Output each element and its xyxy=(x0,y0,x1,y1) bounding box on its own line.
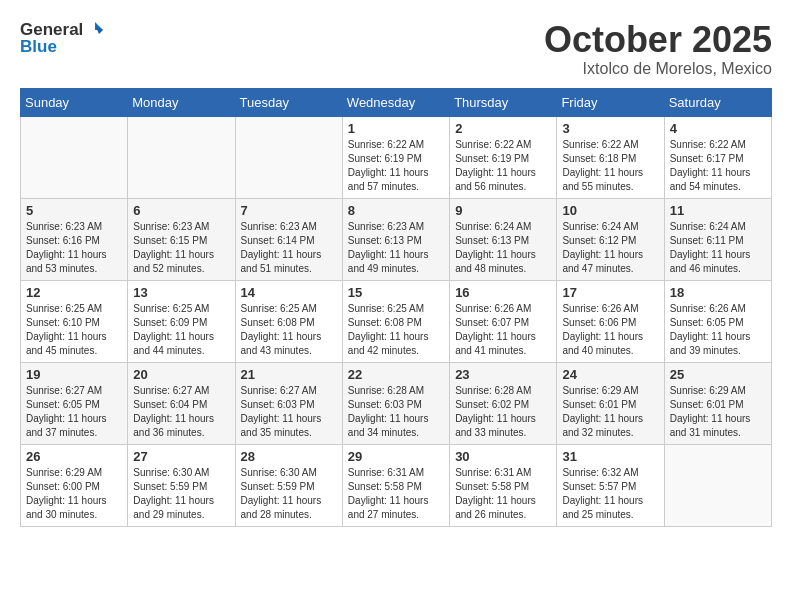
day-of-week-header: Thursday xyxy=(450,88,557,116)
day-number: 23 xyxy=(455,367,551,382)
day-number: 21 xyxy=(241,367,337,382)
day-info: Sunrise: 6:24 AMSunset: 6:11 PMDaylight:… xyxy=(670,220,766,276)
calendar-cell: 26Sunrise: 6:29 AMSunset: 6:00 PMDayligh… xyxy=(21,444,128,526)
calendar-cell: 7Sunrise: 6:23 AMSunset: 6:14 PMDaylight… xyxy=(235,198,342,280)
logo-container: General Blue xyxy=(20,20,105,57)
day-number: 17 xyxy=(562,285,658,300)
calendar-cell: 17Sunrise: 6:26 AMSunset: 6:06 PMDayligh… xyxy=(557,280,664,362)
day-number: 9 xyxy=(455,203,551,218)
day-info: Sunrise: 6:26 AMSunset: 6:06 PMDaylight:… xyxy=(562,302,658,358)
calendar-cell: 15Sunrise: 6:25 AMSunset: 6:08 PMDayligh… xyxy=(342,280,449,362)
day-info: Sunrise: 6:29 AMSunset: 6:01 PMDaylight:… xyxy=(562,384,658,440)
title-area: October 2025 Ixtolco de Morelos, Mexico xyxy=(544,20,772,78)
day-info: Sunrise: 6:29 AMSunset: 6:01 PMDaylight:… xyxy=(670,384,766,440)
day-number: 19 xyxy=(26,367,122,382)
day-info: Sunrise: 6:22 AMSunset: 6:19 PMDaylight:… xyxy=(348,138,444,194)
calendar-cell: 8Sunrise: 6:23 AMSunset: 6:13 PMDaylight… xyxy=(342,198,449,280)
day-number: 4 xyxy=(670,121,766,136)
calendar-cell: 2Sunrise: 6:22 AMSunset: 6:19 PMDaylight… xyxy=(450,116,557,198)
calendar-week-row: 12Sunrise: 6:25 AMSunset: 6:10 PMDayligh… xyxy=(21,280,772,362)
calendar-cell: 13Sunrise: 6:25 AMSunset: 6:09 PMDayligh… xyxy=(128,280,235,362)
calendar-cell: 19Sunrise: 6:27 AMSunset: 6:05 PMDayligh… xyxy=(21,362,128,444)
logo-bird-icon xyxy=(85,20,105,40)
day-number: 10 xyxy=(562,203,658,218)
day-of-week-header: Friday xyxy=(557,88,664,116)
day-info: Sunrise: 6:22 AMSunset: 6:17 PMDaylight:… xyxy=(670,138,766,194)
day-of-week-header: Monday xyxy=(128,88,235,116)
calendar-cell: 3Sunrise: 6:22 AMSunset: 6:18 PMDaylight… xyxy=(557,116,664,198)
calendar-cell: 4Sunrise: 6:22 AMSunset: 6:17 PMDaylight… xyxy=(664,116,771,198)
day-info: Sunrise: 6:26 AMSunset: 6:07 PMDaylight:… xyxy=(455,302,551,358)
day-info: Sunrise: 6:32 AMSunset: 5:57 PMDaylight:… xyxy=(562,466,658,522)
day-info: Sunrise: 6:24 AMSunset: 6:13 PMDaylight:… xyxy=(455,220,551,276)
calendar-cell: 18Sunrise: 6:26 AMSunset: 6:05 PMDayligh… xyxy=(664,280,771,362)
day-info: Sunrise: 6:25 AMSunset: 6:08 PMDaylight:… xyxy=(241,302,337,358)
day-info: Sunrise: 6:31 AMSunset: 5:58 PMDaylight:… xyxy=(455,466,551,522)
calendar-cell: 11Sunrise: 6:24 AMSunset: 6:11 PMDayligh… xyxy=(664,198,771,280)
calendar-cell: 5Sunrise: 6:23 AMSunset: 6:16 PMDaylight… xyxy=(21,198,128,280)
calendar-cell: 23Sunrise: 6:28 AMSunset: 6:02 PMDayligh… xyxy=(450,362,557,444)
day-number: 28 xyxy=(241,449,337,464)
logo: General Blue xyxy=(20,20,105,57)
day-number: 15 xyxy=(348,285,444,300)
day-info: Sunrise: 6:30 AMSunset: 5:59 PMDaylight:… xyxy=(133,466,229,522)
day-number: 26 xyxy=(26,449,122,464)
calendar-table: SundayMondayTuesdayWednesdayThursdayFrid… xyxy=(20,88,772,527)
calendar-cell: 10Sunrise: 6:24 AMSunset: 6:12 PMDayligh… xyxy=(557,198,664,280)
day-info: Sunrise: 6:23 AMSunset: 6:16 PMDaylight:… xyxy=(26,220,122,276)
day-number: 30 xyxy=(455,449,551,464)
calendar-cell: 20Sunrise: 6:27 AMSunset: 6:04 PMDayligh… xyxy=(128,362,235,444)
month-title: October 2025 xyxy=(544,20,772,60)
day-info: Sunrise: 6:22 AMSunset: 6:18 PMDaylight:… xyxy=(562,138,658,194)
header: General Blue October 2025 Ixtolco de Mor… xyxy=(20,20,772,78)
day-info: Sunrise: 6:27 AMSunset: 6:03 PMDaylight:… xyxy=(241,384,337,440)
calendar-cell: 16Sunrise: 6:26 AMSunset: 6:07 PMDayligh… xyxy=(450,280,557,362)
calendar-cell: 22Sunrise: 6:28 AMSunset: 6:03 PMDayligh… xyxy=(342,362,449,444)
day-of-week-header: Wednesday xyxy=(342,88,449,116)
calendar-cell xyxy=(128,116,235,198)
day-info: Sunrise: 6:28 AMSunset: 6:02 PMDaylight:… xyxy=(455,384,551,440)
day-of-week-header: Tuesday xyxy=(235,88,342,116)
day-info: Sunrise: 6:25 AMSunset: 6:10 PMDaylight:… xyxy=(26,302,122,358)
calendar-cell xyxy=(235,116,342,198)
calendar-cell: 21Sunrise: 6:27 AMSunset: 6:03 PMDayligh… xyxy=(235,362,342,444)
day-of-week-header: Saturday xyxy=(664,88,771,116)
day-number: 18 xyxy=(670,285,766,300)
day-info: Sunrise: 6:24 AMSunset: 6:12 PMDaylight:… xyxy=(562,220,658,276)
day-info: Sunrise: 6:25 AMSunset: 6:08 PMDaylight:… xyxy=(348,302,444,358)
day-info: Sunrise: 6:28 AMSunset: 6:03 PMDaylight:… xyxy=(348,384,444,440)
day-number: 8 xyxy=(348,203,444,218)
day-info: Sunrise: 6:26 AMSunset: 6:05 PMDaylight:… xyxy=(670,302,766,358)
day-number: 24 xyxy=(562,367,658,382)
day-number: 11 xyxy=(670,203,766,218)
day-number: 6 xyxy=(133,203,229,218)
day-number: 16 xyxy=(455,285,551,300)
day-number: 27 xyxy=(133,449,229,464)
day-number: 29 xyxy=(348,449,444,464)
day-info: Sunrise: 6:27 AMSunset: 6:05 PMDaylight:… xyxy=(26,384,122,440)
day-number: 22 xyxy=(348,367,444,382)
day-info: Sunrise: 6:23 AMSunset: 6:13 PMDaylight:… xyxy=(348,220,444,276)
day-info: Sunrise: 6:31 AMSunset: 5:58 PMDaylight:… xyxy=(348,466,444,522)
calendar-cell xyxy=(21,116,128,198)
calendar-week-row: 26Sunrise: 6:29 AMSunset: 6:00 PMDayligh… xyxy=(21,444,772,526)
calendar-header-row: SundayMondayTuesdayWednesdayThursdayFrid… xyxy=(21,88,772,116)
day-number: 7 xyxy=(241,203,337,218)
calendar-cell: 6Sunrise: 6:23 AMSunset: 6:15 PMDaylight… xyxy=(128,198,235,280)
calendar-cell xyxy=(664,444,771,526)
day-info: Sunrise: 6:29 AMSunset: 6:00 PMDaylight:… xyxy=(26,466,122,522)
day-info: Sunrise: 6:30 AMSunset: 5:59 PMDaylight:… xyxy=(241,466,337,522)
location-subtitle: Ixtolco de Morelos, Mexico xyxy=(544,60,772,78)
calendar-cell: 12Sunrise: 6:25 AMSunset: 6:10 PMDayligh… xyxy=(21,280,128,362)
day-number: 5 xyxy=(26,203,122,218)
day-number: 14 xyxy=(241,285,337,300)
day-number: 25 xyxy=(670,367,766,382)
calendar-week-row: 5Sunrise: 6:23 AMSunset: 6:16 PMDaylight… xyxy=(21,198,772,280)
day-number: 20 xyxy=(133,367,229,382)
day-number: 13 xyxy=(133,285,229,300)
calendar-cell: 31Sunrise: 6:32 AMSunset: 5:57 PMDayligh… xyxy=(557,444,664,526)
calendar-week-row: 1Sunrise: 6:22 AMSunset: 6:19 PMDaylight… xyxy=(21,116,772,198)
calendar-cell: 27Sunrise: 6:30 AMSunset: 5:59 PMDayligh… xyxy=(128,444,235,526)
day-info: Sunrise: 6:22 AMSunset: 6:19 PMDaylight:… xyxy=(455,138,551,194)
day-number: 3 xyxy=(562,121,658,136)
